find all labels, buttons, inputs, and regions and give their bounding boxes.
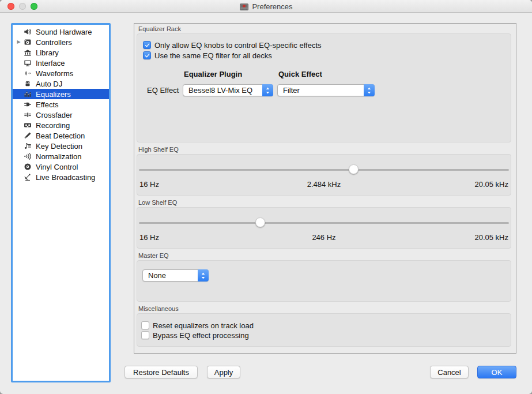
sidebar-item-label: Recording (36, 121, 70, 130)
disclosure-triangle-icon[interactable]: ▶ (14, 37, 23, 47)
sidebar-item-live-broadcasting[interactable]: Live Broadcasting (13, 172, 109, 182)
controller-icon (23, 37, 32, 47)
preferences-category-list[interactable]: Sound Hardware▶ControllersLibraryInterfa… (11, 23, 111, 382)
satellite-icon (23, 172, 32, 182)
chevron-up-down-icon (364, 84, 375, 96)
sidebar-item-library[interactable]: Library (13, 47, 109, 58)
vinyl-icon (23, 162, 32, 171)
checkbox-icon[interactable] (141, 331, 149, 339)
section-title-high-shelf-eq: High Shelf EQ (138, 146, 516, 153)
chevron-up-down-icon (198, 269, 209, 282)
section-title-low-shelf-eq: Low Shelf EQ (138, 199, 516, 206)
high-shelf-eq-panel: 16 Hz 2.484 kHz 20.05 kHz (137, 154, 511, 196)
equalizer-plugin-selected-value: Bessel8 LV-Mix EQ (183, 85, 262, 96)
sidebar-item-recording[interactable]: Recording (13, 120, 109, 130)
equalizer-plugin-select[interactable]: Bessel8 LV-Mix EQ (183, 84, 273, 96)
ok-button[interactable]: OK (477, 366, 516, 378)
waveform-icon (23, 69, 32, 78)
speaker-icon (23, 27, 32, 36)
checkbox-label: Only allow EQ knobs to control EQ-specif… (154, 41, 322, 50)
cancel-button[interactable]: Cancel (430, 366, 469, 378)
checkbox-row-bypass-eq[interactable]: Bypass EQ effect processing (141, 331, 249, 340)
column-header-quick-effect: Quick Effect (278, 70, 322, 78)
sidebar-item-label: Normalization (36, 152, 81, 161)
master-eq-selected-value: None (143, 270, 198, 281)
sidebar-item-vinyl-control[interactable]: Vinyl Control (13, 162, 109, 172)
column-header-equalizer-plugin: Equalizer Plugin (184, 70, 242, 78)
sidebar-item-crossfader[interactable]: Crossfader (13, 110, 109, 120)
crossfader-icon (23, 110, 32, 119)
effects-plug-icon (23, 100, 32, 109)
titlebar[interactable]: Preferences (0, 0, 532, 13)
slider-track[interactable] (139, 222, 509, 224)
chevron-up-down-icon (262, 84, 273, 96)
sidebar-item-interface[interactable]: Interface (13, 58, 109, 68)
slider-labels: 16 Hz 246 Hz 20.05 kHz (139, 233, 508, 242)
miscellaneous-panel: Reset equalizers on track load Bypass EQ… (137, 313, 511, 347)
section-title-equalizer-rack: Equalizer Rack (138, 25, 516, 32)
slider-handle[interactable] (349, 164, 359, 174)
sidebar-item-beat-detection[interactable]: Beat Detection (13, 130, 109, 141)
slider-current-value-label: 246 Hz (139, 233, 508, 242)
checkbox-label: Use the same EQ filter for all decks (154, 51, 272, 60)
eq-effect-row-label: EQ Effect (147, 86, 179, 95)
preferences-window: Preferences Sound Hardware▶ControllersLi… (0, 0, 532, 394)
sidebar-item-label: Interface (36, 59, 65, 67)
slider-max-label: 20.05 kHz (474, 180, 508, 189)
checkbox-label: Bypass EQ effect processing (153, 331, 249, 340)
low-shelf-eq-panel: 16 Hz 246 Hz 20.05 kHz (137, 207, 511, 249)
slider-max-label: 20.05 kHz (474, 233, 508, 242)
sidebar-item-normalization[interactable]: Normalization (13, 151, 109, 162)
sidebar-item-label: Sound Hardware (36, 28, 92, 36)
master-eq-select[interactable]: None (142, 269, 209, 282)
sidebar-item-sound-hardware[interactable]: Sound Hardware (13, 27, 109, 37)
restore-defaults-button[interactable]: Restore Defaults (124, 366, 198, 378)
checkbox-row-same-eq-filter[interactable]: Use the same EQ filter for all decks (143, 51, 272, 60)
sidebar-item-controllers[interactable]: ▶Controllers (13, 37, 109, 47)
title-area: Preferences (0, 0, 532, 13)
beat-pen-icon (23, 131, 32, 140)
equalizer-rack-panel: Only allow EQ knobs to control EQ-specif… (137, 33, 511, 142)
section-title-master-eq: Master EQ (138, 252, 516, 259)
sidebar-item-label: Key Detection (36, 142, 82, 151)
high-shelf-frequency-slider[interactable] (139, 164, 509, 175)
sidebar-item-label: Library (36, 48, 59, 57)
sidebar-item-key-detection[interactable]: Key Detection (13, 141, 109, 151)
low-shelf-frequency-slider[interactable] (139, 217, 509, 228)
minimize-button-disabled (19, 3, 26, 10)
library-icon (23, 48, 32, 57)
quick-effect-select[interactable]: Filter (277, 84, 375, 96)
checkbox-label: Reset equalizers on track load (153, 321, 254, 330)
checkbox-icon[interactable] (143, 41, 151, 49)
sidebar-item-label: Controllers (36, 38, 72, 47)
sound-waves-icon (23, 152, 32, 161)
traffic-lights (7, 3, 37, 10)
sidebar-item-equalizers[interactable]: Equalizers (13, 89, 109, 99)
sidebar-item-label: Crossfader (36, 111, 73, 119)
checkbox-row-only-eq-knobs[interactable]: Only allow EQ knobs to control EQ-specif… (143, 40, 322, 50)
slider-labels: 16 Hz 2.484 kHz 20.05 kHz (139, 180, 508, 189)
slider-handle[interactable] (255, 217, 265, 227)
checkbox-row-reset-equalizers[interactable]: Reset equalizers on track load (141, 321, 254, 330)
sidebar-item-label: Effects (36, 100, 59, 109)
sidebar-item-label: Beat Detection (36, 132, 85, 140)
slider-track[interactable] (139, 169, 509, 171)
zoom-button[interactable] (31, 3, 37, 10)
recording-icon (23, 121, 32, 130)
eq-effect-row: EQ Effect Bessel8 LV-Mix EQ Filter (137, 84, 511, 96)
close-button[interactable] (7, 3, 14, 10)
checkbox-icon[interactable] (143, 51, 151, 59)
sidebar-item-auto-dj[interactable]: Auto DJ (13, 78, 109, 89)
equalizers-preferences-pane: Equalizer Rack Only allow EQ knobs to co… (134, 23, 516, 354)
column-headers: Equalizer Plugin Quick Effect (137, 70, 511, 79)
sidebar-item-effects[interactable]: Effects (13, 99, 109, 110)
window-content: Sound Hardware▶ControllersLibraryInterfa… (0, 13, 532, 394)
sidebar-item-label: Vinyl Control (36, 163, 78, 171)
apply-button[interactable]: Apply (207, 366, 240, 378)
quick-effect-selected-value: Filter (278, 85, 364, 96)
equalizer-icon (23, 89, 32, 99)
checkbox-icon[interactable] (141, 321, 149, 329)
sidebar-item-waveforms[interactable]: Waveforms (13, 68, 109, 78)
sidebar-item-label: Waveforms (36, 69, 73, 78)
section-title-miscellaneous: Miscellaneous (138, 305, 516, 312)
